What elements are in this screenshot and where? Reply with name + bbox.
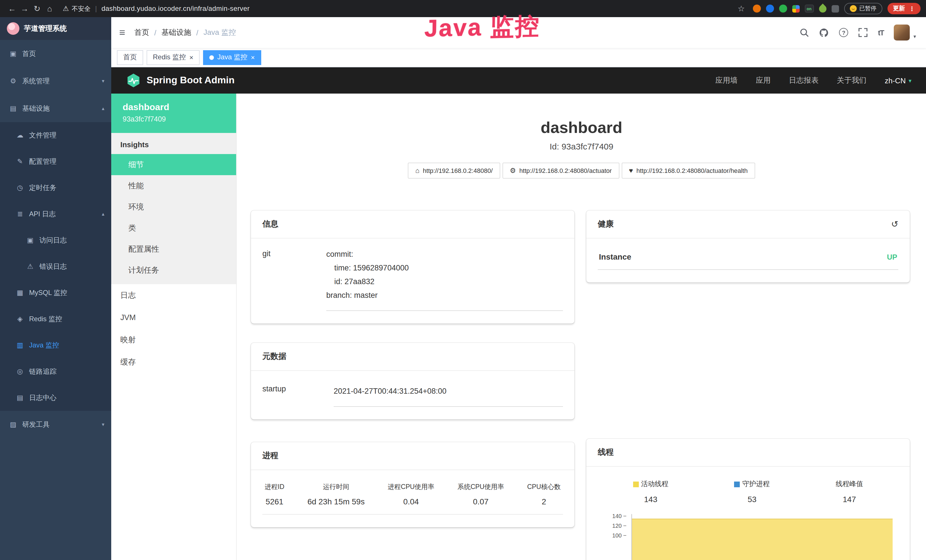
health-url: http://192.168.0.2:48080/actuator/health [636, 167, 747, 174]
reload-icon[interactable]: ↻ [31, 4, 43, 13]
sidebar-item-system[interactable]: ⚙ 系统管理 ▾ [0, 67, 111, 95]
sba-nav-about[interactable]: 关于我们 [837, 75, 866, 86]
tab-home[interactable]: 首页 [117, 50, 143, 65]
sba-item-details[interactable]: 细节 [111, 154, 236, 175]
fullscreen-icon[interactable] [858, 28, 867, 37]
sba-item-scheduled[interactable]: 计划任务 [111, 260, 236, 281]
threads-legend: 活动线程 143 守护进程 53 [598, 476, 898, 504]
sba-item-env[interactable]: 环境 [111, 196, 236, 217]
sba-sidebar: dashboard 93a3fc7f7409 Insights 细节 性能 环境… [111, 94, 237, 560]
tab-label: Java 监控 [217, 53, 247, 62]
sidebar-item-redis[interactable]: ◈ Redis 监控 [0, 306, 111, 332]
browser-menu-icon[interactable]: ⋮ [909, 5, 915, 12]
metadata-row-value: 2021-04-27T00:44:31.254+08:00 [334, 380, 563, 407]
security-warning[interactable]: ⚠ 不安全 [63, 4, 91, 13]
github-icon[interactable] [819, 28, 829, 37]
timer-icon: ◷ [16, 184, 24, 192]
locale-value: zh-CN [885, 76, 906, 85]
sidebar-item-dev-tools[interactable]: ▨ 研发工具 ▾ [0, 411, 111, 438]
ytick-100: 100 [604, 532, 626, 539]
extension-icon-grid[interactable] [792, 5, 799, 12]
extensions-puzzle-icon[interactable] [831, 5, 839, 12]
sba-item-jvm[interactable]: JVM [111, 306, 236, 328]
sidebar-item-java[interactable]: ▥ Java 监控 [0, 332, 111, 358]
health-instance-row: Instance UP [598, 248, 898, 270]
locale-select[interactable]: zh-CN ▾ [885, 76, 911, 85]
chevron-down-icon: ▾ [909, 77, 911, 83]
sba-nav-journal[interactable]: 日志报表 [789, 75, 819, 86]
sidebar-label: 定时任务 [29, 183, 56, 192]
sidebar-item-infra[interactable]: ▤ 基础设施 ▴ [0, 95, 111, 122]
update-button[interactable]: 更新 ⋮ [887, 3, 921, 14]
breadcrumb: 首页 / 基础设施 / Java 监控 [134, 27, 236, 38]
process-col-process-cpu: 进程CPU使用率 0.04 [388, 480, 434, 514]
sidebar-label: MySQL 监控 [29, 288, 67, 298]
status-badge: UP [887, 253, 897, 261]
help-icon[interactable]: ? [839, 28, 848, 37]
log-icon: ▤ [16, 394, 24, 402]
tab-java[interactable]: Java 监控 × [203, 50, 261, 65]
info-row-value: commit: time: 1596289704000 id: 27aa832 … [326, 248, 563, 311]
sba-item-classes[interactable]: 类 [111, 217, 236, 239]
smiley-icon [850, 5, 856, 12]
extension-icon-blue-drop[interactable] [766, 5, 774, 12]
extension-icon-leaf[interactable] [817, 3, 828, 14]
security-label: 不安全 [72, 4, 91, 13]
sidebar-item-error-log[interactable]: ⚠ 错误日志 [0, 253, 111, 280]
font-size-icon[interactable]: tT [878, 28, 884, 37]
url-text[interactable]: dashboard.yudao.iocoder.cn/infra/admin-s… [101, 5, 250, 12]
sidebar-item-mysql[interactable]: ▦ MySQL 监控 [0, 280, 111, 306]
actuator-url-button[interactable]: ⚙ http://192.168.0.2:48080/actuator [502, 163, 619, 179]
app-logo[interactable]: 芋道管理系统 [0, 17, 111, 40]
service-url: http://192.168.0.2:48080/ [423, 167, 493, 174]
search-icon[interactable] [800, 28, 809, 37]
threads-card: 线程 活动线程 143 [586, 439, 910, 560]
sidebar-item-trace[interactable]: ◎ 链路追踪 [0, 358, 111, 384]
close-icon[interactable]: × [251, 53, 255, 61]
history-icon[interactable]: ↺ [891, 219, 898, 229]
sba-logo-icon [126, 73, 141, 88]
tab-redis[interactable]: Redis 监控 × [147, 50, 200, 65]
address-bar[interactable]: ⚠ 不安全 | dashboard.yudao.iocoder.cn/infra… [63, 4, 735, 13]
sidebar-item-home[interactable]: ▣ 首页 [0, 40, 111, 67]
sidebar-item-access-log[interactable]: ▣ 访问日志 [0, 227, 111, 253]
chevron-down-icon: ▾ [102, 78, 104, 84]
health-card: 健康 ↺ Instance UP [586, 210, 910, 282]
sidebar-item-job[interactable]: ◷ 定时任务 [0, 175, 111, 201]
insights-group: Insights 细节 性能 环境 类 配置属性 计划任务 [111, 133, 236, 284]
extension-icon-orange[interactable] [753, 5, 761, 12]
browser-home-icon[interactable]: ⌂ [43, 4, 56, 13]
extension-icon-green[interactable] [779, 5, 787, 12]
page-title: dashboard [237, 119, 926, 137]
service-url-button[interactable]: ⌂ http://192.168.0.2:48080/ [408, 163, 500, 179]
sba-nav-applications[interactable]: 应用 [756, 75, 770, 86]
sba-item-caches[interactable]: 缓存 [111, 351, 236, 373]
bookmark-star-icon[interactable]: ☆ [735, 4, 747, 13]
sba-item-configprops[interactable]: 配置属性 [111, 239, 236, 260]
forward-icon[interactable]: → [18, 4, 31, 13]
health-url-button[interactable]: ♥ http://192.168.0.2:48080/actuator/heal… [622, 163, 755, 179]
close-icon[interactable]: × [189, 53, 194, 61]
sidebar-item-log-center[interactable]: ▤ 日志中心 [0, 384, 111, 411]
back-icon[interactable]: ← [6, 4, 18, 13]
sba-item-metrics[interactable]: 性能 [111, 175, 236, 196]
legend-daemon-threads: 守护进程 53 [734, 477, 770, 504]
sidebar-item-api-log[interactable]: ≣ API 日志 ▴ [0, 201, 111, 227]
sba-brand[interactable]: Spring Boot Admin [126, 73, 235, 88]
breadcrumb-home[interactable]: 首页 [134, 27, 149, 38]
sidebar-item-file[interactable]: ☁ 文件管理 [0, 122, 111, 148]
admin-menu: ▣ 首页 ⚙ 系统管理 ▾ ▤ 基础设施 ▴ ☁ 文件管理 [0, 40, 111, 438]
sba-nav-wallboard[interactable]: 应用墙 [715, 75, 737, 86]
sba-item-logs[interactable]: 日志 [111, 284, 236, 306]
paused-badge[interactable]: 已暂停 [844, 3, 882, 14]
edit-icon: ✎ [16, 157, 24, 165]
breadcrumb-infra[interactable]: 基础设施 [162, 27, 191, 38]
instance-header[interactable]: dashboard 93a3fc7f7409 [111, 94, 236, 133]
sidebar-label: 研发工具 [22, 420, 50, 429]
hamburger-icon[interactable]: ≡ [119, 27, 125, 38]
info-card: 信息 git commit: time: 1596289704000 [251, 210, 574, 324]
sidebar-item-config[interactable]: ✎ 配置管理 [0, 148, 111, 175]
user-avatar[interactable] [894, 24, 910, 41]
sba-item-mappings[interactable]: 映射 [111, 328, 236, 351]
extension-icon-on-badge[interactable]: on [805, 5, 814, 12]
